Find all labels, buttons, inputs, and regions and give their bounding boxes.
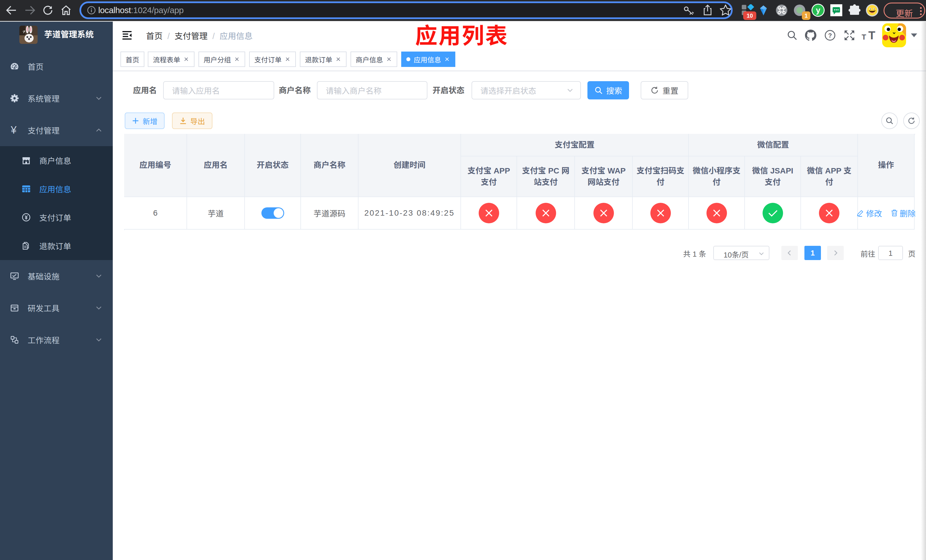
svg-text:y: y xyxy=(816,6,820,15)
svg-text:?: ? xyxy=(828,32,832,39)
